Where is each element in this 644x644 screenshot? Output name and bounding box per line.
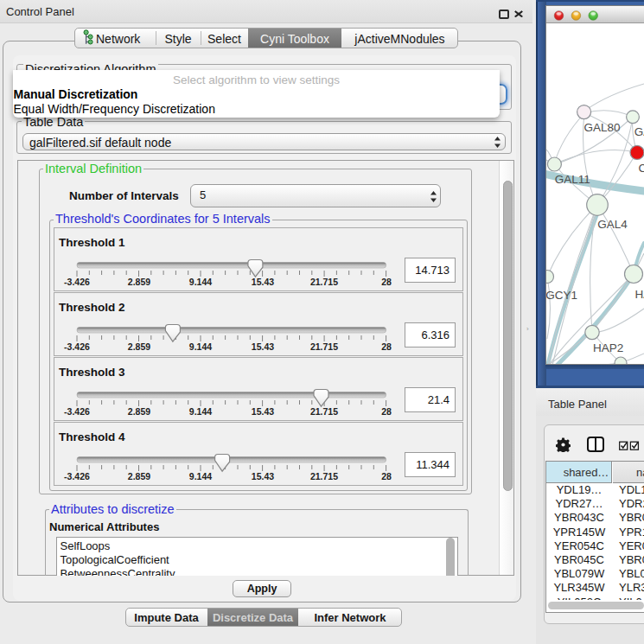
svg-text:GCY1: GCY1 — [546, 289, 577, 302]
svg-text:HAP: HAP — [635, 288, 644, 301]
svg-text:CRD: CRD — [638, 162, 644, 175]
svg-text:GAL80: GAL80 — [584, 121, 621, 134]
svg-text:GAL1: GAL1 — [634, 125, 644, 138]
svg-text:HAP2: HAP2 — [593, 341, 623, 354]
svg-text:GAL4: GAL4 — [597, 218, 628, 231]
svg-text:GAL11: GAL11 — [555, 173, 590, 186]
